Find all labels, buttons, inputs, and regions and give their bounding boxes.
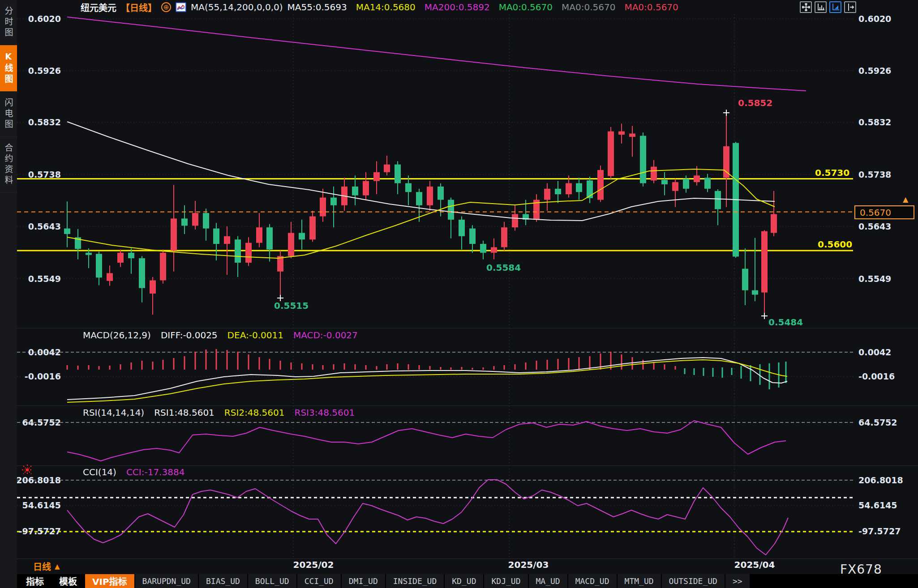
candle-up (320, 198, 326, 217)
tab-[interactable]: 指标 (19, 574, 51, 588)
cci-pane-header: CCI(14) CCI:-17.3884 (83, 467, 184, 477)
macd-readout-2: MACD:-0.0027 (293, 330, 358, 341)
tab-KD_UD[interactable]: KD_UD (445, 574, 483, 588)
candle-up (427, 187, 433, 205)
tab-KDJ_UD[interactable]: KDJ_UD (484, 574, 528, 588)
cci-readout-0: CCI:-17.3884 (126, 467, 185, 477)
candle-up (566, 183, 572, 194)
axis-tick-left: 0.5926 (16, 66, 61, 76)
rsi-readout-1: RSI2:48.5601 (224, 407, 285, 418)
candle-down (704, 178, 711, 189)
price-up-arrow-icon: ▲ (903, 195, 908, 204)
candle-up (672, 182, 678, 191)
tab-BARUPDN_UD[interactable]: BARUPDN_UD (135, 574, 198, 588)
axes-highlight-icon[interactable] (829, 1, 841, 13)
candle-up (597, 170, 604, 200)
tab-MA_UD[interactable]: MA_UD (529, 574, 567, 588)
tab-OUTSIDE_UD[interactable]: OUTSIDE_UD (662, 574, 725, 588)
axis-tick-right: 0.5738 (858, 170, 891, 179)
price-annotation-0.5730: 0.5730 (815, 167, 849, 178)
ma-readout-2: MA200:0.5892 (425, 2, 490, 13)
chart-type-sidebar: 分时图K线图闪电图合约资料 (0, 0, 17, 588)
candle-down (661, 180, 668, 184)
current-price-value: 0.5670 (860, 207, 891, 218)
candle-up (245, 243, 252, 263)
add-overlay-icon[interactable]: ⊕ (161, 2, 171, 12)
candle-down (469, 229, 476, 244)
candle-up (512, 214, 518, 227)
candle-up (761, 231, 768, 293)
candle-down (139, 258, 145, 288)
axis-tick-right: 0.5832 (858, 117, 891, 127)
rsi-title: RSI(14,14,14) (83, 407, 144, 418)
sidebar-item-0[interactable]: 分时图 (0, 0, 17, 45)
axis-tick-right: 0.0042 (858, 347, 891, 357)
tab-DMI_UD[interactable]: DMI_UD (342, 574, 385, 588)
candle-down (555, 189, 561, 194)
candle-down (416, 192, 422, 205)
axis-tick-right: -0.0016 (858, 371, 895, 381)
candle-up (117, 253, 124, 263)
axis-tick-right: 64.5752 (858, 418, 897, 427)
tab-MACD_UD[interactable]: MACD_UD (568, 574, 617, 588)
axis-tick-left: -0.0016 (16, 371, 61, 381)
rsi-readout-2: RSI3:48.5601 (295, 407, 355, 418)
tab-BOLL_UD[interactable]: BOLL_UD (248, 574, 296, 588)
tab-INSIDE_UD[interactable]: INSIDE_UD (386, 574, 444, 588)
price-annotation-0.5484: 0.5484 (768, 317, 803, 328)
candle-down (715, 191, 721, 209)
candle-down (203, 213, 209, 229)
pane-divider (17, 558, 918, 559)
axis-tick-left: 64.5752 (16, 418, 61, 427)
ma-readout-1: MA14:0.5680 (356, 2, 416, 13)
pane-divider (17, 465, 918, 466)
axis-tick-right: 206.8018 (858, 475, 903, 485)
candle-down (480, 244, 486, 253)
price-annotation-0.5515: 0.5515 (274, 300, 309, 311)
candle-up (363, 181, 369, 196)
candle-down (448, 200, 454, 219)
period-selector[interactable]: 日线 ▲ (33, 560, 60, 573)
rsi-values: RSI1:48.5601RSI2:48.5601RSI3:48.5601 (154, 407, 355, 418)
ma-readouts: MA55:0.5693MA14:0.5680MA200:0.5892MA0:0.… (287, 2, 678, 13)
candle-down (96, 254, 102, 277)
tab-CCI_UD[interactable]: CCI_UD (297, 574, 341, 588)
current-price-box: 0.5670 (854, 205, 914, 219)
candle-up (107, 273, 113, 281)
candle-up (171, 218, 177, 251)
tab-VIP[interactable]: VIP指标 (85, 574, 134, 588)
candle-up (224, 236, 230, 244)
axis-tick-left: 0.5738 (16, 170, 61, 179)
candle-down (752, 290, 758, 295)
ma-readout-3: MA0:0.5670 (499, 2, 553, 13)
candle-down (438, 187, 444, 200)
chart-toolbar (800, 1, 856, 13)
rsi-readout-0: RSI1:48.5601 (154, 407, 214, 418)
mini-chart-icon[interactable] (176, 2, 186, 12)
candle-up (608, 132, 614, 176)
move-icon[interactable] (800, 1, 812, 13)
tab->>[interactable]: >> (725, 574, 750, 588)
candle-down (266, 227, 273, 249)
candle-up (501, 227, 507, 247)
sidebar-item-1[interactable]: K线图 (0, 45, 17, 92)
candle-up (160, 253, 166, 281)
tab-[interactable]: 模板 (52, 574, 84, 588)
candle-up (384, 165, 390, 172)
macd-title: MACD(26,12,9) (83, 330, 151, 341)
alert-burst-icon[interactable] (21, 464, 33, 477)
ma-readout-0: MA55:0.5693 (287, 2, 347, 13)
pane-divider (17, 405, 918, 406)
candle-up (150, 280, 156, 294)
tab-BIAS_UD[interactable]: BIAS_UD (199, 574, 247, 588)
axis-tick-right: 0.5643 (858, 222, 891, 231)
axes-chart-icon[interactable] (815, 1, 827, 13)
tab-MTM_UD[interactable]: MTM_UD (618, 574, 661, 588)
candle-down (64, 229, 70, 234)
candle-up (723, 146, 729, 178)
sidebar-item-2[interactable]: 闪电图 (0, 92, 17, 137)
candle-down (181, 218, 188, 226)
axis-tick-left: 0.5832 (16, 117, 61, 127)
axis-shift-icon[interactable] (844, 1, 856, 13)
sidebar-item-3[interactable]: 合约资料 (0, 137, 17, 193)
